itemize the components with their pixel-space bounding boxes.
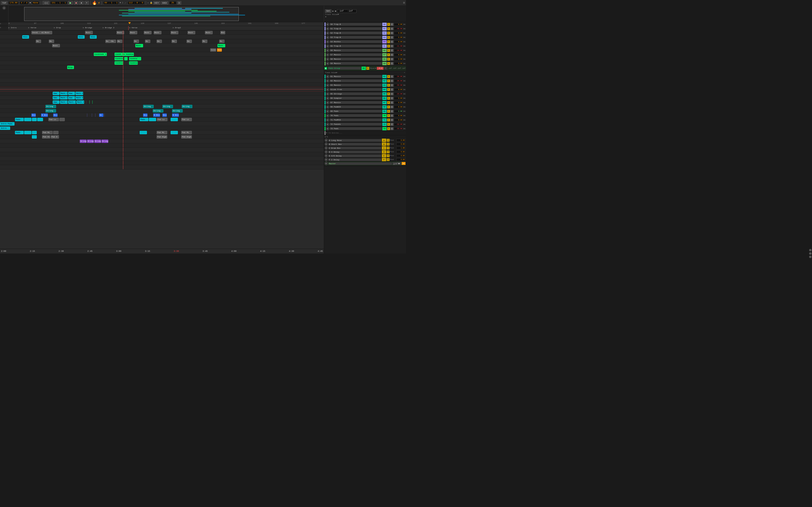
name-64[interactable]: Glide Free [330, 88, 382, 91]
play-55[interactable]: ▶ [326, 44, 329, 48]
m-63[interactable]: ⊙ [391, 84, 394, 87]
clip-voic2[interactable]: Voic [78, 35, 85, 39]
clip-padhigh3[interactable]: Pad High [157, 135, 167, 138]
vol-56[interactable]: -14.00 [394, 49, 403, 52]
send-d-name[interactable]: D 3 Delay [328, 151, 382, 153]
clip-tick2-4[interactable] [138, 57, 141, 60]
clip-tick3[interactable]: ticktick [114, 53, 122, 56]
vol-72[interactable]: -33.00 [394, 123, 403, 126]
clip-padlo3[interactable]: Pad Lo [157, 118, 167, 121]
clip-tick5[interactable]: ticktick [125, 53, 134, 56]
vol-b[interactable]: 0.00 [396, 143, 406, 146]
clip-math5[interactable]: Math II [60, 101, 68, 104]
clip-bu8[interactable]: Bu [157, 40, 162, 43]
clip-bu5[interactable]: Bu [117, 40, 122, 43]
clip-bu1[interactable]: Bu [36, 40, 41, 43]
vol-50[interactable]: 0.00 [394, 23, 403, 26]
clip-tick2-1[interactable]: ticktick [114, 57, 123, 60]
clip-bu6[interactable]: Bu [134, 40, 139, 43]
clip-blip1[interactable]: Blip [67, 66, 74, 69]
clip-bu2[interactable]: Bu [49, 40, 54, 43]
send-c-name[interactable]: C Drum Rev [328, 147, 382, 150]
lane-saw3[interactable]: Saw Math II Math II Math II [0, 100, 324, 104]
m-71[interactable]: ⊙ [391, 119, 394, 121]
lane-blips1[interactable]: Bli B Blips Bli Bl Bli B Blips Bli B Bli… [0, 113, 324, 117]
play-send-c[interactable]: ▶ [324, 146, 328, 150]
clip-bu3[interactable]: Bu [105, 40, 111, 43]
play-63[interactable]: ▶ [326, 83, 329, 87]
clip-bu7[interactable]: Bu [145, 40, 150, 43]
play-51[interactable]: ▶ [326, 27, 329, 31]
clip-padlo1[interactable]: Pad Lo [48, 118, 59, 121]
m-73[interactable]: ⊙ [391, 127, 394, 130]
play-send-e[interactable]: ▶ [324, 154, 328, 157]
lane-intro-pads[interactable]: Intro Pads [0, 122, 324, 126]
name-55[interactable]: 55 Trap-B [330, 45, 382, 47]
clip-string1[interactable]: String [45, 105, 56, 108]
lane-bridge[interactable]: Bridg Bridg Bridg Bridg [0, 139, 324, 143]
lane-empty4[interactable] [0, 82, 324, 87]
master-name[interactable]: Master [328, 162, 392, 165]
clip-buzz5[interactable]: Buzz [144, 31, 152, 34]
clip-buzz-s1[interactable]: Buzz [52, 44, 60, 47]
clip-buzz6[interactable]: Buzz [154, 31, 161, 34]
m-52[interactable]: ⊙ [391, 32, 394, 35]
play-57[interactable]: ▶ [326, 53, 329, 56]
clip-padmi3[interactable]: Pad Mi [157, 131, 167, 134]
lane-bot1[interactable] [0, 144, 324, 148]
clip-pads7[interactable] [170, 118, 178, 121]
clip-blips-b2[interactable]: Bli [53, 113, 57, 117]
clip-padmi2[interactable] [53, 131, 58, 134]
name-69[interactable]: 69 Pads [330, 110, 382, 113]
clip-blips3[interactable]: B Blips [172, 113, 179, 117]
d-button[interactable]: D [177, 1, 182, 5]
clip-bu10[interactable]: Bu [187, 40, 192, 43]
clip-math1[interactable]: Math II [60, 92, 68, 95]
lane-string2[interactable]: String String String [0, 109, 324, 113]
clip-tick1[interactable]: ticktick [94, 53, 104, 56]
play-62[interactable]: ▶ [326, 79, 329, 82]
name-71[interactable]: 71 PadMID [330, 119, 382, 121]
send-a-name[interactable]: A Long Reve [328, 139, 382, 142]
vol-57[interactable]: 0.00 [394, 53, 403, 56]
lane-pads1[interactable]: Pads Pad Lo Pads Pad Lo Pad Lo [0, 117, 324, 121]
clip-blips-b5[interactable]: Bli [162, 113, 167, 117]
add-button[interactable]: + [85, 1, 89, 5]
play-70[interactable]: ▶ [326, 114, 329, 117]
record-button[interactable]: ● [79, 1, 84, 5]
vol-52[interactable]: 0.00 [394, 32, 403, 35]
clip-buzz1[interactable]: Buzz [44, 31, 52, 34]
play-master[interactable]: ▶ [324, 162, 328, 165]
name-53[interactable]: 53 Trap-B [330, 36, 382, 39]
clip-pads2d[interactable] [140, 131, 147, 134]
clip-pads2c[interactable] [32, 131, 37, 134]
clip-bridge1[interactable]: Bridg [80, 139, 87, 143]
m-56[interactable]: ⊙ [391, 49, 394, 52]
send-b-name[interactable]: B Short Rev [328, 143, 382, 146]
clip-padhigh1[interactable]: Pad Hi [42, 135, 50, 138]
vol-58[interactable]: 0.00 [394, 58, 403, 61]
clip-bu4[interactable]: Bu [111, 40, 116, 43]
vol-64[interactable]: 0.00 [394, 88, 403, 91]
clip-tick4[interactable]: tick [122, 53, 125, 56]
lane-saw2[interactable]: Saw Math II Saw Math II [0, 96, 324, 100]
clip-vocal-alike[interactable]: Vocal - alike [32, 31, 45, 34]
clip-saw3[interactable]: Saw [53, 96, 59, 100]
clip-padlo4[interactable]: Pad Lo [181, 118, 192, 121]
vol-a[interactable]: 0.00 [396, 139, 406, 142]
play-66[interactable]: ▶ [326, 97, 329, 100]
name-61[interactable]: 61 Massiv [330, 75, 382, 78]
m-61[interactable]: ⊙ [391, 75, 394, 78]
play-send-a[interactable]: ▶ [324, 138, 328, 142]
lane-bot3[interactable] [0, 152, 324, 156]
bar2-display[interactable]: 89 . 1 . 1 [103, 1, 119, 5]
vol-54[interactable]: 0.00 [394, 40, 403, 43]
clip-math3[interactable]: Math II [60, 96, 68, 100]
name-67[interactable]: 67 Massiv [330, 101, 382, 104]
pads-group-expand[interactable]: ▼ [324, 67, 327, 69]
s-52[interactable]: S [387, 32, 390, 35]
clip-buzz9[interactable]: Buzz [205, 31, 213, 34]
clip-math6[interactable]: Math II [68, 101, 76, 104]
vol-65[interactable]: -23.00 [394, 93, 403, 95]
vol-62[interactable]: -34.00 [394, 79, 403, 82]
